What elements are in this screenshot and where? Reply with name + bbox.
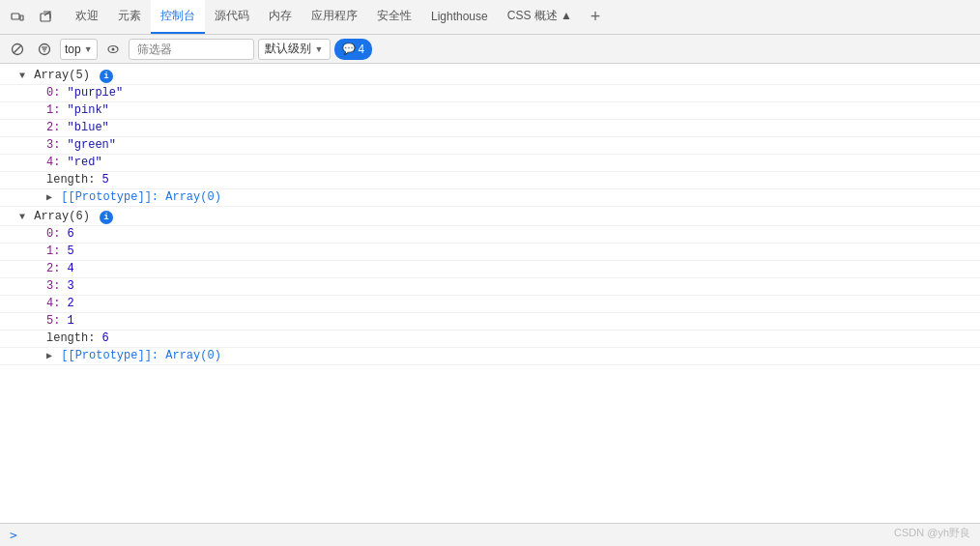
array2-proto: ▶ [[Prototype]]: Array(0) (0, 348, 980, 365)
array2-item-0: 0: 6 (0, 226, 980, 244)
context-selector[interactable]: top ▼ (60, 39, 98, 60)
filter-toggle-button[interactable] (33, 38, 56, 61)
tab-security[interactable]: 安全性 (367, 0, 421, 34)
array1-item-4: 4: "red" (0, 155, 980, 172)
filter-input[interactable] (129, 39, 254, 60)
svg-rect-1 (20, 15, 23, 20)
console-output: ▼ Array(5) i 0: "purple" 1: "pink" 2: "b… (0, 64, 980, 523)
array1-item0-indicator (27, 86, 44, 87)
array1-info-badge: i (100, 70, 113, 83)
console-prompt[interactable]: > (10, 528, 17, 542)
array1-proto: ▶ [[Prototype]]: Array(0) (0, 189, 980, 207)
array1-key-0: 0: (46, 86, 60, 100)
array1-label: Array(5) (34, 69, 90, 82)
tab-application[interactable]: 应用程序 (302, 0, 367, 34)
tab-memory[interactable]: 内存 (259, 0, 302, 34)
array1-expand-icon[interactable]: ▼ (19, 71, 25, 81)
array2-item-1: 1: 5 (0, 244, 980, 261)
message-bubble-icon: 💬 (342, 43, 356, 55)
add-tab-button[interactable]: + (582, 4, 609, 31)
array1-item-2: 2: "blue" (0, 120, 980, 137)
svg-rect-0 (12, 14, 19, 19)
array2-item-4: 4: 2 (0, 296, 980, 313)
array2-label: Array(6) (34, 210, 90, 223)
array2-length: length: 6 (0, 330, 980, 348)
array1-length: length: 5 (0, 172, 980, 189)
array1-item-1: 1: "pink" (0, 102, 980, 120)
array2-item-2: 2: 4 (0, 261, 980, 278)
array2-expand-icon[interactable]: ▼ (19, 212, 25, 222)
tab-console[interactable]: 控制台 (151, 0, 205, 34)
array1-item-0: 0: "purple" (0, 85, 980, 102)
clear-console-button[interactable] (6, 38, 29, 61)
tab-lighthouse[interactable]: Lighthouse (421, 0, 498, 34)
tab-elements[interactable]: 元素 (108, 0, 151, 34)
array1-left-border (0, 69, 17, 70)
eye-button[interactable] (101, 38, 125, 61)
top-nav: 欢迎 元素 控制台 源代码 内存 应用程序 安全性 Lighthouse CSS… (0, 0, 980, 35)
log-level-label: 默认级别 (265, 41, 311, 57)
svg-line-4 (14, 45, 21, 53)
console-input-bar: > (0, 523, 980, 546)
tab-welcome[interactable]: 欢迎 (66, 0, 108, 34)
nav-icons (4, 4, 60, 31)
console-toolbar: top ▼ 默认级别 ▼ 💬 4 (0, 35, 980, 64)
log-level-selector[interactable]: 默认级别 ▼ (258, 39, 331, 60)
watermark: CSDN @yh野良 (894, 526, 970, 540)
array2-item-3: 3: 3 (0, 278, 980, 296)
array2-header-line: ▼ Array(6) i (0, 209, 980, 226)
array1-proto-expand-icon[interactable]: ▶ (46, 192, 52, 203)
array2-proto-expand-icon[interactable]: ▶ (46, 351, 52, 361)
array1-item-3: 3: "green" (0, 137, 980, 155)
svg-point-10 (111, 47, 114, 50)
context-label: top (65, 43, 81, 56)
context-arrow-icon: ▼ (84, 44, 93, 54)
nav-tabs: 欢迎 元素 控制台 源代码 内存 应用程序 安全性 Lighthouse CSS… (66, 0, 976, 34)
message-count-badge[interactable]: 💬 4 (334, 39, 373, 60)
tab-sources[interactable]: 源代码 (205, 0, 259, 34)
tab-css[interactable]: CSS 概述 ▲ (498, 0, 582, 34)
message-count: 4 (359, 43, 365, 56)
detach-icon[interactable] (33, 4, 60, 31)
array2-item-5: 5: 1 (0, 313, 980, 330)
device-icon[interactable] (4, 4, 31, 31)
log-level-arrow-icon: ▼ (315, 44, 324, 54)
array1-header-line: ▼ Array(5) i (0, 68, 980, 85)
array1-val-0: "purple" (68, 86, 124, 100)
array2-info-badge: i (100, 211, 113, 224)
